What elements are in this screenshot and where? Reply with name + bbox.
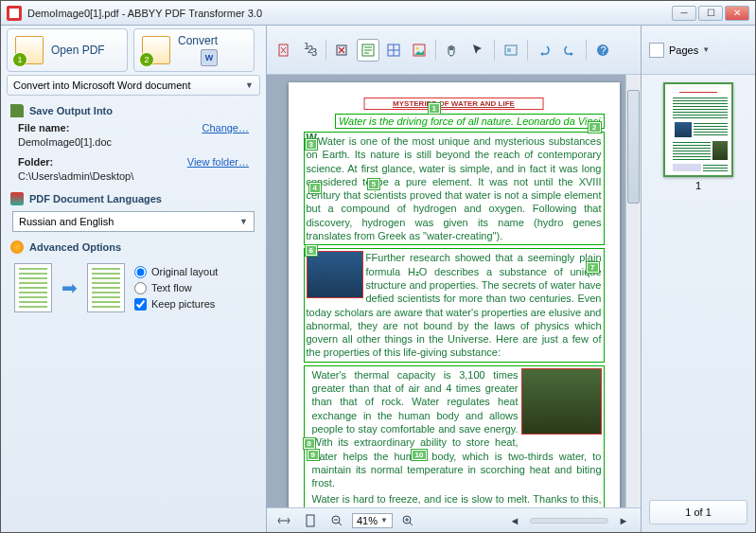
region-tag: 8 — [304, 438, 315, 449]
next-page-button[interactable]: ► — [612, 509, 635, 532]
convert-label: Convert — [178, 34, 218, 47]
text-flow-radio[interactable]: Text flow — [134, 282, 218, 294]
folder-label: Folder: — [18, 156, 53, 168]
convert-format-value: Convert into Microsoft Word document — [13, 80, 190, 91]
hand-tool-button[interactable] — [441, 39, 464, 62]
gear-icon — [10, 240, 24, 254]
fit-width-button[interactable] — [273, 509, 295, 532]
zoom-dropdown[interactable]: 41%▼ — [352, 513, 393, 528]
open-pdf-label: Open PDF — [51, 44, 105, 57]
center-toolbar: 123 ? — [267, 26, 641, 75]
undo-button[interactable] — [533, 39, 555, 62]
arrow-right-icon: ➡ — [62, 276, 78, 299]
doc-title: MYSTERIES OF WATER AND LIFE — [363, 98, 544, 110]
vertical-scrollbar[interactable] — [625, 75, 641, 507]
language-dropdown[interactable]: Russian and English ▼ — [12, 211, 255, 232]
order-button[interactable]: 123 — [298, 39, 321, 62]
svg-text:?: ? — [601, 44, 607, 56]
fit-page-button[interactable] — [299, 509, 322, 532]
zoom-out-button[interactable] — [325, 509, 348, 532]
change-filename-link[interactable]: Change… — [202, 122, 249, 133]
analyze-button[interactable] — [500, 39, 522, 62]
pages-icon — [649, 43, 664, 58]
zoom-value: 41% — [357, 515, 378, 526]
page-preview: MYSTERIES OF WATER AND LIFE 1 Water is t… — [289, 82, 620, 507]
convert-button[interactable]: Convert W — [133, 28, 255, 72]
text-area-button[interactable] — [357, 39, 379, 62]
doc-paragraph: WWater is one of the most unique and mys… — [304, 132, 605, 245]
bottom-toolbar: 41%▼ ◄ ► — [267, 507, 641, 532]
doc-bullet: Water is hard to freeze, and ice is slow… — [312, 492, 602, 507]
app-icon — [7, 6, 22, 21]
doc-quote: Water is the driving force of all nature… — [335, 114, 605, 129]
chevron-down-icon: ▼ — [239, 217, 248, 226]
view-folder-link[interactable]: View folder… — [187, 156, 249, 168]
page-slider[interactable] — [530, 518, 608, 524]
save-output-heading: Save Output Into — [1, 99, 266, 119]
folder-value: C:\Users\admin\Desktop\ — [1, 170, 266, 187]
svg-point-8 — [416, 46, 419, 49]
page-thumbnail-number: 1 — [649, 180, 747, 191]
chevron-down-icon: ▼ — [245, 80, 254, 90]
doc-image — [307, 251, 363, 298]
region-tag: 10 — [412, 450, 428, 460]
languages-icon — [10, 192, 24, 205]
convert-format-dropdown[interactable]: Convert into Microsoft Word document ▼ — [7, 75, 260, 96]
document-area: 123 ? MYSTERIES OF WATER AND LIFE 1 Wate… — [266, 26, 642, 532]
languages-heading: PDF Document Languages — [1, 187, 266, 207]
delete-page-button[interactable] — [273, 39, 295, 62]
advanced-heading: Advanced Options — [1, 236, 266, 256]
open-pdf-icon — [15, 36, 44, 64]
filename-label: File name: — [18, 122, 69, 133]
svg-text:3: 3 — [311, 46, 317, 58]
minimize-button[interactable]: ─ — [672, 6, 696, 21]
close-button[interactable]: ✕ — [725, 6, 749, 21]
page-thumbnail[interactable] — [663, 82, 733, 177]
filename-value: DemoImage0[1].doc — [1, 136, 266, 153]
open-pdf-button[interactable]: Open PDF — [7, 28, 128, 72]
convert-target-word-icon[interactable]: W — [201, 49, 218, 66]
region-tag: 9 — [308, 450, 319, 460]
titlebar: DemoImage0[1].pdf - ABBYY PDF Transforme… — [1, 1, 755, 26]
page-counter: 1 of 1 — [649, 500, 747, 524]
save-icon — [10, 104, 24, 117]
convert-icon — [142, 36, 170, 64]
region-tag: 2 — [589, 122, 600, 133]
layout-source-thumb — [14, 263, 52, 312]
chevron-down-icon: ▼ — [702, 45, 710, 54]
picture-area-button[interactable] — [408, 39, 431, 62]
window-buttons: ─ ☐ ✕ — [672, 6, 749, 21]
table-area-button[interactable] — [382, 39, 405, 62]
prev-page-button[interactable]: ◄ — [503, 509, 526, 532]
original-layout-radio[interactable]: Original layout — [134, 266, 218, 278]
language-value: Russian and English — [19, 216, 114, 227]
region-tag: 1 — [429, 103, 440, 114]
layout-target-thumb — [87, 263, 125, 312]
doc-image — [521, 368, 602, 435]
region-tag: 3 — [306, 139, 317, 150]
help-button[interactable]: ? — [591, 39, 614, 62]
document-viewport[interactable]: MYSTERIES OF WATER AND LIFE 1 Water is t… — [267, 75, 641, 507]
select-tool-button[interactable] — [466, 39, 489, 62]
pages-heading: Pages — [669, 44, 698, 56]
svg-rect-12 — [307, 515, 314, 526]
window-title: DemoImage0[1].pdf - ABBYY PDF Transforme… — [27, 8, 672, 19]
pages-panel: Pages ▼ 1 1 of 1 — [642, 26, 755, 532]
pages-heading-button[interactable]: Pages ▼ — [642, 26, 755, 75]
delete-area-button[interactable] — [331, 39, 354, 62]
keep-pictures-checkbox[interactable]: Keep pictures — [134, 298, 218, 311]
maximize-button[interactable]: ☐ — [698, 6, 723, 21]
redo-button[interactable] — [558, 39, 581, 62]
left-panel: Open PDF Convert W Convert into Microsof… — [1, 26, 266, 532]
zoom-in-button[interactable] — [396, 509, 419, 532]
